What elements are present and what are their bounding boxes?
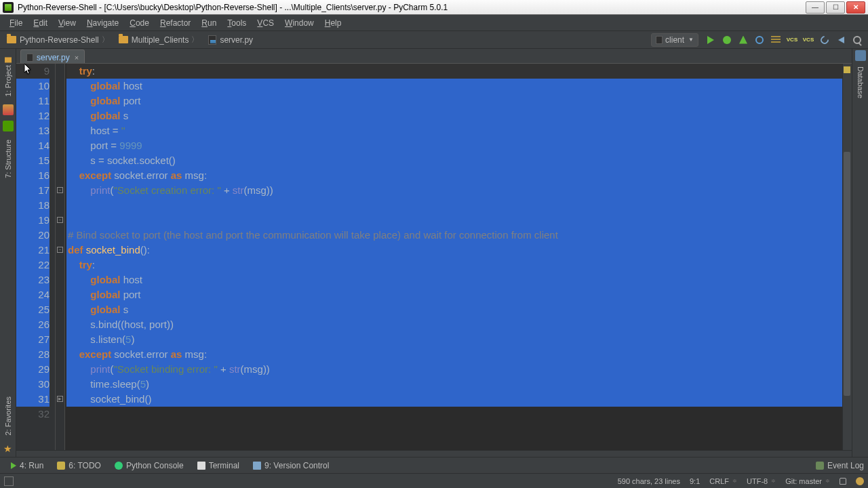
bottom-tab-terminal[interactable]: Terminal xyxy=(191,460,246,472)
code-line[interactable]: global s xyxy=(66,302,842,317)
line-number[interactable]: 29 xyxy=(16,362,50,377)
close-tab-icon[interactable]: × xyxy=(75,54,79,62)
file-tab-server[interactable]: server.py × xyxy=(20,49,85,63)
code-line[interactable]: print("Socket creation error: " + str(ms… xyxy=(66,183,842,198)
status-git-branch[interactable]: Git: master≑ xyxy=(785,477,830,485)
menu-run[interactable]: Run xyxy=(196,17,222,29)
sidetab-favorites[interactable]: 2: Favorites xyxy=(3,392,14,439)
code-line[interactable]: time.sleep(5) xyxy=(66,377,842,392)
code-line[interactable]: try: xyxy=(66,258,842,272)
fold-toggle[interactable]: - xyxy=(57,187,63,193)
code-line[interactable]: global s xyxy=(66,108,842,123)
line-number[interactable]: 24 xyxy=(16,287,50,302)
menu-vcs[interactable]: VCS xyxy=(252,17,279,29)
code-line[interactable]: except socket.error as msg: xyxy=(66,347,842,362)
stop-button[interactable] xyxy=(753,34,766,46)
code-line[interactable]: def socket_bind(): xyxy=(66,243,842,258)
bottom-tab-run[interactable]: 4: Run xyxy=(4,460,50,472)
code-line[interactable]: socket_bind() xyxy=(66,392,842,407)
line-number[interactable]: 26 xyxy=(16,317,50,332)
line-number[interactable]: 16 xyxy=(16,168,50,183)
event-log-button[interactable]: Event Log xyxy=(816,461,864,470)
close-button[interactable]: ✕ xyxy=(846,1,865,14)
sidetab-structure[interactable]: 7: Structure xyxy=(3,136,14,182)
editor-scrollbar[interactable] xyxy=(842,64,852,450)
code-line[interactable] xyxy=(66,198,842,213)
run-configuration-dropdown[interactable]: client ▼ xyxy=(651,33,698,47)
menu-help[interactable]: Help xyxy=(319,17,347,29)
line-number[interactable]: 17 xyxy=(16,183,50,198)
breadcrumb-0[interactable]: Python-Reverse-Shell〉 xyxy=(3,34,113,45)
menu-code[interactable]: Code xyxy=(124,17,155,29)
code-line[interactable]: global host xyxy=(66,79,842,94)
sidetab-database[interactable]: Database xyxy=(855,64,866,101)
fold-toggle[interactable]: - xyxy=(57,217,63,223)
sideicon-green[interactable] xyxy=(3,121,14,131)
code-line[interactable]: global port xyxy=(66,287,842,302)
line-number[interactable]: 30 xyxy=(16,377,50,392)
database-icon[interactable] xyxy=(855,50,866,61)
fold-column[interactable]: ---▸ xyxy=(56,64,65,450)
line-number[interactable]: 10 xyxy=(16,79,50,94)
update-project-button[interactable]: VCS xyxy=(786,34,798,46)
menu-navigate[interactable]: Navigate xyxy=(81,17,124,29)
coverage-button[interactable] xyxy=(737,34,749,46)
reformat-button[interactable] xyxy=(770,34,782,46)
code-line[interactable]: try: xyxy=(66,64,842,79)
code-line[interactable]: s = socket.socket() xyxy=(66,153,842,168)
line-number[interactable]: 25 xyxy=(16,302,50,317)
code-line[interactable]: # Bind socket to port (the host and port… xyxy=(66,228,842,243)
fold-toggle[interactable]: ▸ xyxy=(57,396,63,402)
lock-icon[interactable] xyxy=(840,478,846,485)
line-number[interactable]: 9 xyxy=(16,64,50,79)
line-number[interactable]: 23 xyxy=(16,272,50,287)
bottom-tab-python-console[interactable]: Python Console xyxy=(108,460,191,472)
line-number[interactable]: 27 xyxy=(16,332,50,347)
breadcrumb-2[interactable]: server.py xyxy=(204,35,257,45)
commit-button[interactable]: VCS xyxy=(802,34,814,46)
fold-toggle[interactable]: - xyxy=(57,247,63,253)
line-number[interactable]: 11 xyxy=(16,94,50,108)
line-number[interactable]: 22 xyxy=(16,258,50,272)
menu-edit[interactable]: Edit xyxy=(28,17,53,29)
code-line[interactable] xyxy=(66,213,842,228)
code-line[interactable]: global host xyxy=(66,272,842,287)
code-line[interactable]: host = '' xyxy=(66,123,842,138)
line-number[interactable]: 15 xyxy=(16,153,50,168)
code-line[interactable]: port = 9999 xyxy=(66,138,842,153)
code-line[interactable]: print("Socket binding error: " + str(msg… xyxy=(66,362,842,377)
menu-view[interactable]: View xyxy=(53,17,81,29)
sidetab-project[interactable]: 1: Project xyxy=(3,53,14,100)
vcs-history-back-button[interactable] xyxy=(818,34,831,46)
maximize-button[interactable]: ☐ xyxy=(826,1,845,14)
search-everywhere-button[interactable] xyxy=(851,34,863,46)
code-line[interactable]: global port xyxy=(66,94,842,108)
status-caret-position[interactable]: 9:1 xyxy=(690,477,700,485)
code-line[interactable]: s.listen(5) xyxy=(66,332,842,347)
status-line-separator[interactable]: CRLF≑ xyxy=(709,477,737,485)
sideicon-red[interactable] xyxy=(3,104,14,115)
bottom-tab-version-control[interactable]: 9: Version Control xyxy=(246,460,336,472)
debug-button[interactable] xyxy=(721,34,733,46)
line-number[interactable]: 32 xyxy=(16,407,50,422)
ide-status-icon[interactable] xyxy=(856,477,864,485)
line-number[interactable]: 18 xyxy=(16,198,50,213)
code-line[interactable]: s.bind((host, port)) xyxy=(66,317,842,332)
line-number[interactable]: 20 xyxy=(16,228,50,243)
line-number[interactable]: 31 xyxy=(16,392,50,407)
line-number-gutter[interactable]: 9101112131415161718192021222324252627282… xyxy=(16,64,56,450)
inspection-indicator[interactable] xyxy=(844,66,850,73)
horizontal-scrollbar[interactable] xyxy=(16,450,852,457)
minimize-button[interactable]: — xyxy=(806,1,825,14)
run-button[interactable] xyxy=(705,34,717,46)
line-number[interactable]: 14 xyxy=(16,138,50,153)
vcs-revert-button[interactable] xyxy=(835,34,847,46)
status-encoding[interactable]: UTF-8≑ xyxy=(747,477,776,485)
menu-window[interactable]: Window xyxy=(279,17,319,29)
breadcrumb-1[interactable]: Multiple_Clients〉 xyxy=(115,34,203,45)
tool-windows-toggle[interactable] xyxy=(4,476,14,486)
code-line[interactable] xyxy=(66,407,842,422)
menu-refactor[interactable]: Refactor xyxy=(155,17,196,29)
code-body[interactable]: try: global host global port global s ho… xyxy=(65,64,842,450)
line-number[interactable]: 28 xyxy=(16,347,50,362)
